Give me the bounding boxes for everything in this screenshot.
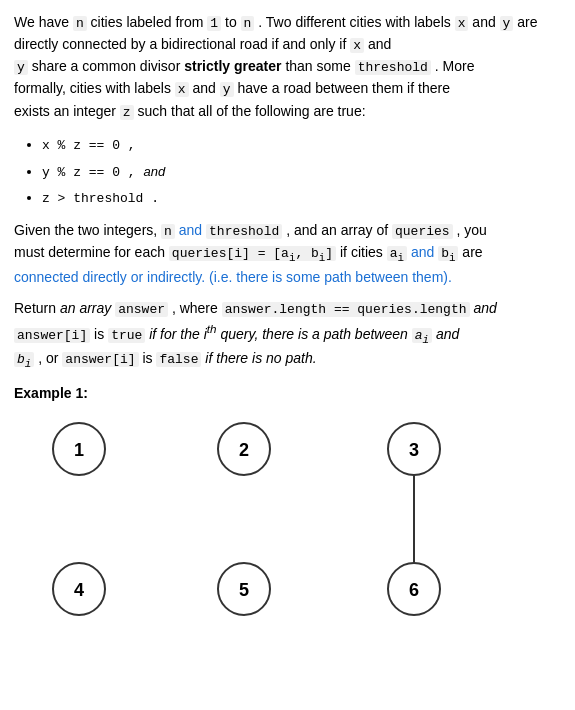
return-answer-i2: answer[i] — [62, 352, 138, 367]
return-comma: , where — [172, 300, 218, 316]
intro-exists: exists an integer — [14, 103, 116, 119]
return-text1: Return — [14, 300, 56, 316]
given-paragraph: Given the two integers, n and threshold … — [14, 220, 561, 288]
return-paragraph: Return an array answer , where answer.le… — [14, 298, 561, 373]
intro-x1: x — [455, 16, 469, 31]
return-answer-length: answer.length == queries.length — [222, 302, 470, 317]
bullet-code-2: y % z == 0 , and — [42, 165, 165, 180]
node-2-label: 2 — [239, 440, 249, 460]
given-text2: , and an array of — [286, 222, 388, 238]
given-are: are — [462, 244, 482, 260]
node-3-label: 3 — [409, 440, 419, 460]
intro-cities-labeled: cities labeled from — [91, 14, 204, 30]
intro-and1: and — [472, 14, 495, 30]
intro-x3: x — [175, 82, 189, 97]
intro-and3: and — [193, 80, 216, 96]
intro-one: 1 — [207, 16, 221, 31]
return-ai: ai — [412, 328, 432, 343]
intro-and2: and — [368, 36, 391, 52]
intro-share: share a common divisor — [32, 58, 181, 74]
bullet-list: x % z == 0 , y % z == 0 , and z > thresh… — [42, 133, 561, 210]
given-if-cities: if cities — [340, 244, 383, 260]
return-false: false — [156, 352, 201, 367]
example-label: Example 1: — [14, 385, 561, 401]
given-text1: Given the two integers, — [14, 222, 157, 238]
given-text3: , you — [456, 222, 486, 238]
node-4-label: 4 — [74, 580, 84, 600]
intro-threshold: threshold — [355, 60, 431, 75]
given-n: n — [161, 224, 175, 239]
intro-formally: formally, cities with labels — [14, 80, 171, 96]
node-1-label: 1 — [74, 440, 84, 460]
given-must: must determine for each — [14, 244, 165, 260]
intro-paragraph: We have n cities labeled from 1 to n . T… — [14, 12, 561, 123]
bullet-item-2: y % z == 0 , and — [42, 160, 561, 184]
bullet-item-3: z > threshold . — [42, 186, 561, 210]
intro-n2: n — [241, 16, 255, 31]
intro-more: . More — [435, 58, 475, 74]
graph-area: 1 2 3 4 5 6 — [14, 409, 561, 639]
intro-have-road: have a road between them if there — [237, 80, 449, 96]
given-ie: (i.e. there is some path between them). — [209, 269, 452, 285]
given-and2: and — [411, 244, 434, 260]
given-queries-i: queries[i] = [ai, bi] — [169, 246, 336, 261]
return-is: is — [94, 326, 104, 342]
intro-x2: x — [350, 38, 364, 53]
intro-n1: n — [73, 16, 87, 31]
intro-period: . Two different cities with labels — [258, 14, 450, 30]
given-bi: bi — [438, 246, 458, 261]
intro-to: to — [225, 14, 237, 30]
return-ith: ith query, there is a path between — [204, 326, 408, 342]
return-if-for-the: if for the — [149, 326, 200, 342]
return-is2: is — [142, 350, 152, 366]
intro-y1: y — [500, 16, 514, 31]
return-bi: bi — [14, 352, 34, 367]
node-6-label: 6 — [409, 580, 419, 600]
given-threshold: threshold — [206, 224, 282, 239]
given-connected: connected directly or indirectly. — [14, 269, 205, 285]
return-if-no-path: if there is no path. — [205, 350, 316, 366]
bullet-code-3: z > threshold . — [42, 191, 159, 206]
return-and: and — [473, 300, 496, 316]
intro-we-have: We have — [14, 14, 69, 30]
given-queries: queries — [392, 224, 453, 239]
return-answer-i: answer[i] — [14, 328, 90, 343]
intro-such-that: such that all of the following are true: — [138, 103, 366, 119]
intro-y2: y — [14, 60, 28, 75]
return-and2: and — [436, 326, 459, 342]
bullet-code-1: x % z == 0 , — [42, 138, 136, 153]
return-an-array: an array — [60, 300, 111, 316]
intro-z1: z — [120, 105, 134, 120]
return-or: , or — [38, 350, 58, 366]
graph-svg: 1 2 3 4 5 6 — [24, 409, 514, 639]
node-5-label: 5 — [239, 580, 249, 600]
given-ai: ai — [387, 246, 407, 261]
return-answer1: answer — [115, 302, 168, 317]
intro-strictly-greater: strictly greater — [184, 58, 281, 74]
return-true: true — [108, 328, 145, 343]
intro-y3: y — [220, 82, 234, 97]
bullet-item-1: x % z == 0 , — [42, 133, 561, 157]
given-and1: and — [179, 222, 202, 238]
intro-than-some: than some — [285, 58, 350, 74]
